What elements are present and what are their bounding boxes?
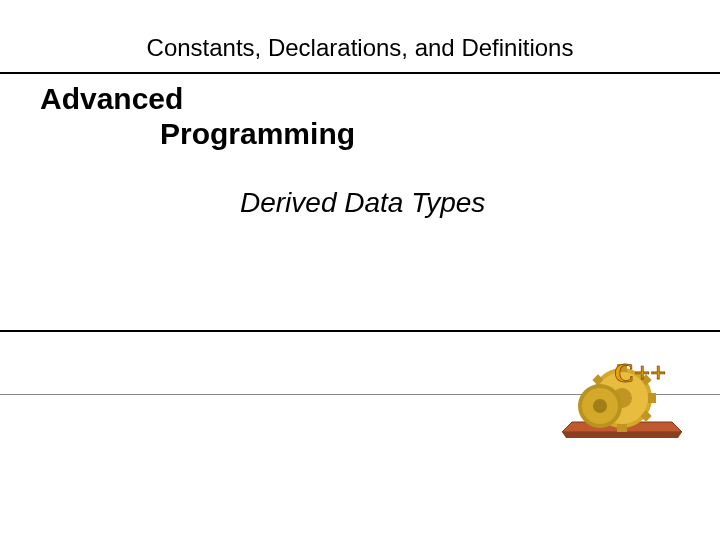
logo-text: C++: [614, 357, 666, 388]
heading-line1: Advanced: [40, 82, 680, 117]
divider-middle: [0, 330, 720, 332]
page-title: Constants, Declarations, and Definitions: [0, 0, 720, 72]
subtitle: Derived Data Types: [40, 187, 680, 219]
main-content: Advanced Programming Derived Data Types: [0, 74, 720, 219]
svg-point-15: [593, 399, 607, 413]
svg-rect-6: [617, 424, 627, 432]
svg-marker-1: [562, 432, 682, 438]
cpp-logo: C++: [552, 350, 692, 440]
svg-rect-4: [648, 393, 656, 403]
heading-line2: Programming: [40, 117, 680, 152]
